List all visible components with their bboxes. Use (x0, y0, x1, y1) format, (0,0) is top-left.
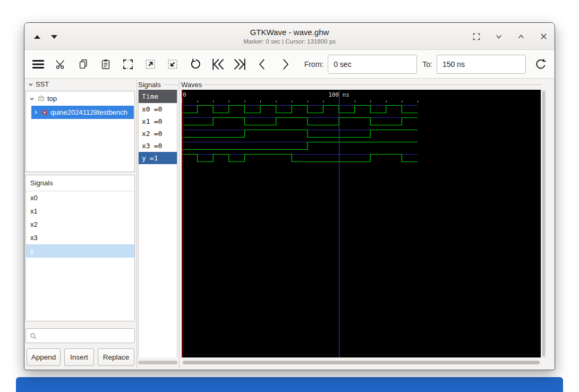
desktop: GTKWave - wave.ghw Marker: 0 sec | Curso… (0, 0, 579, 392)
expander-down-icon (28, 81, 34, 88)
insert-button[interactable]: Insert (64, 348, 94, 366)
zoom-fit-icon (122, 58, 134, 71)
search-input[interactable] (37, 329, 134, 343)
zoom-out-button[interactable] (142, 55, 159, 74)
waves-vscrollbar[interactable] (541, 90, 546, 357)
to-label: To: (422, 60, 432, 69)
frame-line (163, 84, 177, 85)
splitter-right[interactable] (179, 80, 180, 369)
tree-row-testbench[interactable]: quine20241128testbench (31, 106, 134, 119)
expander-right-icon[interactable] (33, 109, 39, 115)
chevron-up-icon (517, 33, 525, 40)
module-box-icon (37, 95, 45, 103)
chevron-left-icon (256, 57, 269, 71)
menu-button[interactable] (30, 55, 47, 74)
wave-canvas[interactable]: 0100 ns (182, 90, 541, 357)
paste-icon (100, 58, 112, 70)
signal-rows: x0=0x1=0x2=0x3=0y=1 (139, 103, 177, 164)
cut-button[interactable] (52, 55, 69, 74)
waves-hscrollbar[interactable] (183, 361, 540, 364)
tree-root-label: top (47, 95, 57, 103)
close-icon (540, 32, 548, 40)
chevron-right-icon (278, 57, 292, 71)
copy-button[interactable] (74, 55, 91, 74)
sst-header[interactable]: SST (28, 80, 49, 88)
toolbar: From: To: (24, 50, 555, 79)
skip-start-icon (210, 57, 225, 72)
cut-icon (55, 58, 66, 70)
signal-search-header: Signals (26, 175, 134, 191)
skip-start-button[interactable] (209, 55, 226, 74)
search-icon (29, 332, 37, 340)
background-window (16, 377, 563, 392)
corner-brackets-icon (472, 32, 481, 41)
skip-end-button[interactable] (232, 55, 249, 74)
close-button[interactable] (538, 31, 549, 42)
signal-names-panel: Time x0=0x1=0x2=0x3=0y=1 (138, 90, 177, 357)
signal-row-x0[interactable]: x0=0 (139, 103, 177, 115)
step-left-button[interactable] (254, 55, 271, 74)
step-right-button[interactable] (276, 55, 293, 74)
sst-label: SST (36, 80, 49, 88)
paste-button[interactable] (97, 55, 114, 74)
tree-child-label: quine20241128testbench (50, 108, 127, 116)
expander-down-icon[interactable] (29, 96, 35, 102)
zoom-in-button[interactable] (164, 55, 181, 74)
from-label: From: (304, 60, 324, 69)
replace-button[interactable]: Replace (98, 348, 134, 366)
list-item-x3[interactable]: x3 (26, 231, 134, 244)
zoom-out-icon (144, 58, 157, 71)
append-button[interactable]: Append (27, 348, 61, 366)
list-item-x1[interactable]: x1 (26, 204, 134, 218)
signal-search-entry[interactable] (25, 328, 135, 343)
undo-button[interactable] (187, 55, 204, 74)
signal-row-x1[interactable]: x1=0 (139, 115, 177, 127)
to-input[interactable] (437, 55, 526, 74)
signals-hscrollbar[interactable] (138, 361, 177, 364)
from-input[interactable] (328, 55, 417, 74)
restore-icon[interactable] (471, 31, 482, 42)
zoom-fit-button[interactable] (120, 55, 137, 74)
waveform-display[interactable]: 0100 ns (182, 90, 541, 357)
signal-search-list: x0x1x2x3y (26, 191, 134, 258)
gtkwave-window: GTKWave - wave.ghw Marker: 0 sec | Curso… (24, 22, 555, 370)
chevron-down-icon (495, 33, 503, 40)
maximize-button[interactable] (515, 31, 527, 42)
frame-line (204, 84, 541, 85)
list-item-y[interactable]: y (26, 244, 134, 258)
signal-row-x3[interactable]: x3=0 (139, 140, 177, 152)
minimize-button[interactable] (493, 31, 505, 42)
signal-row-y[interactable]: y=1 (139, 152, 177, 164)
splitter-left[interactable] (137, 80, 137, 369)
zoom-in-icon (166, 58, 179, 71)
list-item-x2[interactable]: x2 (26, 218, 134, 231)
tree-row-top[interactable]: top (26, 92, 134, 105)
reload-icon (534, 57, 548, 71)
waves-panel-label: Waves (181, 81, 202, 89)
titlebar[interactable]: GTKWave - wave.ghw Marker: 0 sec | Curso… (24, 23, 555, 50)
gear-icon (41, 109, 48, 116)
signals-panel-label: Signals (138, 81, 161, 89)
vscrollbar-thumb[interactable] (542, 91, 545, 356)
list-item-x0[interactable]: x0 (26, 191, 134, 204)
copy-icon (78, 58, 89, 70)
skip-end-icon (233, 57, 248, 72)
undo-icon (189, 57, 202, 71)
time-header: Time (139, 90, 177, 103)
svg-text:0: 0 (183, 91, 186, 98)
main-content: SST top (24, 79, 555, 370)
reload-button[interactable] (532, 55, 549, 74)
sst-tree: top quine20241128testbench (25, 91, 135, 172)
signal-search-panel: Signals x0x1x2x3y (25, 175, 135, 321)
menu-icon (31, 57, 45, 71)
signal-row-x2[interactable]: x2=0 (139, 127, 177, 140)
